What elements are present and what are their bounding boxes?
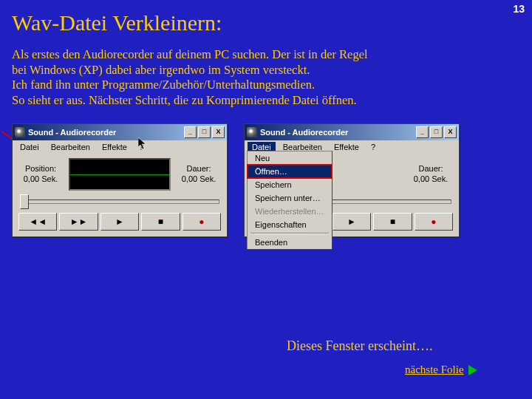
duration-value: 0,00 Sek. [409,174,453,184]
play-button[interactable]: ► [100,213,139,231]
menu-item-neu[interactable]: Neu [248,151,332,165]
rewind-button[interactable]: ◄◄ [18,213,57,231]
window-title: Sound - Audiorecorder [28,128,116,137]
menu-item-eigenschaften[interactable]: Eigenschaften [248,218,332,231]
record-button[interactable]: ● [183,213,221,231]
caption-text: Dieses Fenster erscheint…. [287,338,432,354]
stop-button[interactable]: ■ [141,213,180,231]
menu-effekte[interactable]: Effekte [98,142,132,152]
page-number: 13 [513,3,525,15]
menu-bearbeiten[interactable]: Bearbeiten [47,142,95,152]
menu-item-oeffnen[interactable]: Öffnen… [248,165,332,178]
menu-separator [250,233,329,234]
minimize-button[interactable]: _ [184,126,197,138]
menu-effekte[interactable]: Effekte [330,142,364,152]
next-slide-link[interactable]: nächste Folie [405,364,477,376]
menu-item-beenden[interactable]: Beenden [248,236,332,249]
audiorecorder-window-2: Sound - Audiorecorder _ □ X Datei Bearbe… [244,123,460,237]
play-button[interactable]: ► [332,213,371,231]
position-label: Position: [18,164,63,174]
body-text: Als erstes den Audiorecorder auf deinem … [0,40,532,109]
body-line: bei Windows (XP) dabei aber irgendwo im … [12,63,310,77]
minimize-button[interactable]: _ [416,126,429,138]
duration-label: Dauer: [177,164,221,174]
body-line: Als erstes den Audiorecorder auf deinem … [12,47,368,61]
duration-label: Dauer: [409,164,453,174]
arrow-right-icon [468,365,477,375]
menu-help[interactable]: ? [134,142,148,152]
menu-item-wiederherstellen: Wiederherstellen… [248,205,332,218]
body-line: So sieht er aus. Nächster Schritt, die z… [12,93,357,107]
stop-button[interactable]: ■ [373,213,412,231]
app-icon [247,127,257,137]
forward-button[interactable]: ►► [59,213,98,231]
menu-datei[interactable]: Datei [16,142,44,152]
next-slide-label: nächste Folie [405,364,464,376]
menu-item-speichern[interactable]: Speichern [248,178,332,191]
audiorecorder-window-1: Sound - Audiorecorder _ □ X Datei Bearbe… [12,123,228,237]
position-value: 0,00 Sek. [18,174,63,184]
duration-value: 0,00 Sek. [177,174,221,184]
titlebar: Sound - Audiorecorder _ □ X [245,124,459,140]
maximize-button[interactable]: □ [430,126,443,138]
app-icon [15,127,25,137]
datei-menu-dropdown: Neu Öffnen… Speichern Speichern unter… W… [247,151,332,250]
waveform-display [69,158,171,191]
menu-help[interactable]: ? [366,142,380,152]
window-title: Sound - Audiorecorder [260,128,348,137]
seek-slider[interactable] [13,194,227,210]
close-button[interactable]: X [212,126,225,138]
menu-item-speichern-unter[interactable]: Speichern unter… [248,191,332,205]
page-title: Wav-Datei Verkleinern: [0,0,532,40]
menubar: Datei Bearbeiten Effekte ? [13,140,227,154]
maximize-button[interactable]: □ [198,126,211,138]
titlebar: Sound - Audiorecorder _ □ X [13,124,227,140]
record-button[interactable]: ● [415,213,453,231]
body-line: Ich fand ihn unter Programme/Zubehör/Unt… [12,78,315,92]
close-button[interactable]: X [444,126,457,138]
